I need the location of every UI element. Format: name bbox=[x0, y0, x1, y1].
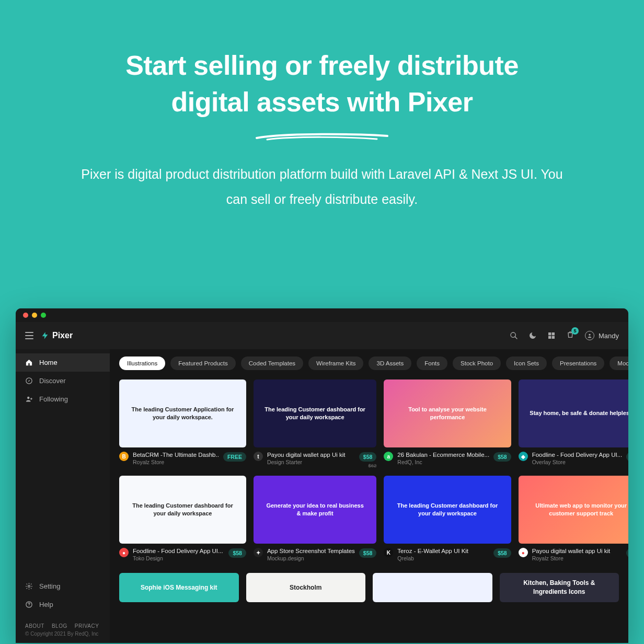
sidebar-item-label: Discover bbox=[39, 377, 66, 385]
product-author: Royalz Store bbox=[133, 459, 219, 465]
author-avatar: K bbox=[384, 548, 393, 557]
tab-featured-products[interactable]: Featured Products bbox=[170, 356, 236, 370]
product-thumbnail: Kitchen, Baking Tools & Ingredients Icon… bbox=[500, 573, 619, 602]
product-grid-partial: Sophie iOS Messaging kit Stockholm Kitch… bbox=[110, 571, 628, 612]
thumbnail-caption: The leading Customer dashboard for your … bbox=[254, 406, 376, 422]
price-badge: $58 bbox=[359, 452, 377, 462]
product-card[interactable]: The leading Customer dashboard for your … bbox=[119, 476, 246, 561]
tab-coded-templates[interactable]: Coded Templates bbox=[241, 356, 303, 370]
product-author: Toko Design bbox=[133, 555, 224, 561]
bolt-icon bbox=[41, 330, 49, 341]
sidebar-item-label: Home bbox=[39, 359, 58, 366]
window-close-dot[interactable] bbox=[23, 313, 28, 318]
author-avatar: ● bbox=[119, 548, 129, 557]
cart-button[interactable]: 5 bbox=[566, 330, 574, 341]
author-avatar: a bbox=[384, 452, 393, 461]
logo[interactable]: Pixer bbox=[41, 330, 73, 341]
price-badge: FREE bbox=[223, 452, 246, 462]
thumbnail-caption: Ultimate web app to monitor your custome… bbox=[519, 502, 628, 518]
home-icon bbox=[25, 359, 33, 366]
thumbnail-caption: Sophie iOS Messaging kit bbox=[130, 583, 228, 592]
tab-icon-sets[interactable]: Icon Sets bbox=[506, 356, 547, 370]
product-card[interactable]: Sophie iOS Messaging kit bbox=[119, 573, 239, 602]
product-author: Overlay Store bbox=[532, 459, 623, 465]
product-title: Payou digital wallet app Ui kit bbox=[267, 452, 355, 458]
product-card[interactable]: The leading Customer dashboard for your … bbox=[254, 380, 376, 468]
product-thumbnail: The leading Customer dashboard for your … bbox=[119, 476, 246, 544]
footer-link-about[interactable]: ABOUT bbox=[25, 623, 44, 629]
sidebar-item-following[interactable]: Following bbox=[16, 390, 110, 408]
tab-3d-assets[interactable]: 3D Assets bbox=[369, 356, 411, 370]
thumbnail-caption: Kitchen, Baking Tools & Ingredients Icon… bbox=[500, 579, 619, 596]
svg-point-6 bbox=[589, 334, 590, 336]
product-card[interactable]: Tool to analyse your website performance… bbox=[384, 380, 511, 468]
tab-stock-photo[interactable]: Stock Photo bbox=[453, 356, 501, 370]
sidebar: HomeDiscoverFollowing SettingHelp ABOUTB… bbox=[16, 349, 110, 643]
main-content: IllustrationsFeatured ProductsCoded Temp… bbox=[110, 349, 628, 643]
help-icon bbox=[25, 601, 33, 608]
search-icon[interactable] bbox=[510, 331, 518, 340]
product-card[interactable]: Kitchen, Baking Tools & Ingredients Icon… bbox=[500, 573, 619, 602]
svg-rect-5 bbox=[552, 336, 555, 339]
author-avatar: B bbox=[119, 452, 129, 461]
logo-text: Pixer bbox=[52, 331, 73, 340]
compass-icon bbox=[25, 377, 33, 385]
product-card[interactable]: Generate your idea to real business & ma… bbox=[254, 476, 376, 561]
product-card[interactable]: The leading Customer Application for you… bbox=[119, 380, 246, 468]
author-avatar: t bbox=[254, 452, 263, 461]
product-thumbnail: Generate your idea to real business & ma… bbox=[254, 476, 376, 544]
hero-title-line1: Start selling or freely distribute bbox=[125, 50, 519, 80]
product-thumbnail: Sophie iOS Messaging kit bbox=[119, 573, 239, 602]
sidebar-item-setting[interactable]: Setting bbox=[16, 577, 110, 595]
product-card[interactable] bbox=[373, 573, 492, 602]
price-badge: $58 bbox=[493, 548, 511, 558]
tab-presentations[interactable]: Presentations bbox=[552, 356, 604, 370]
hero-section: Start selling or freely distribute digit… bbox=[0, 0, 644, 238]
app-header: Pixer 5 Mandy bbox=[16, 322, 628, 349]
window-maximize-dot[interactable] bbox=[41, 313, 46, 318]
product-card[interactable]: Stockholm bbox=[246, 573, 366, 602]
thumbnail-caption: The leading Customer Application for you… bbox=[119, 406, 246, 422]
grid-icon[interactable] bbox=[547, 331, 556, 340]
price-badge: $58 bbox=[228, 548, 246, 558]
tab-wireframe-kits[interactable]: Wireframe Kits bbox=[308, 356, 363, 370]
svg-marker-8 bbox=[28, 380, 30, 382]
product-thumbnail: The leading Customer dashboard for your … bbox=[384, 476, 511, 544]
product-title: Foodline - Food Delivery App UI... bbox=[532, 452, 623, 458]
moon-icon[interactable] bbox=[528, 331, 537, 340]
menu-toggle-icon[interactable] bbox=[25, 332, 33, 339]
product-author: RedQ, Inc bbox=[397, 459, 489, 465]
product-card[interactable]: Ultimate web app to monitor your custome… bbox=[519, 476, 628, 561]
thumbnail-caption: Stay home, be safe & donate helpless bbox=[519, 409, 628, 417]
sidebar-item-home[interactable]: Home bbox=[16, 353, 110, 372]
product-card[interactable]: Stay home, be safe & donate helpless ◆ F… bbox=[519, 380, 628, 468]
author-avatar: ● bbox=[519, 548, 528, 557]
product-thumbnail: Stockholm bbox=[246, 573, 366, 602]
svg-rect-2 bbox=[548, 332, 551, 335]
svg-line-1 bbox=[515, 337, 517, 339]
product-thumbnail: Stay home, be safe & donate helpless bbox=[519, 380, 628, 447]
author-avatar: ✦ bbox=[254, 548, 263, 557]
svg-point-12 bbox=[29, 606, 29, 606]
footer-link-privacy[interactable]: PRIVACY bbox=[75, 623, 99, 629]
thumbnail-caption: The leading Customer dashboard for your … bbox=[384, 502, 511, 518]
thumbnail-caption: Stockholm bbox=[279, 583, 332, 592]
footer-link-blog[interactable]: BLOG bbox=[52, 623, 67, 629]
svg-rect-3 bbox=[552, 332, 555, 335]
tab-fonts[interactable]: Fonts bbox=[417, 356, 447, 370]
product-title: Payou digital wallet app Ui kit bbox=[532, 548, 623, 554]
sidebar-item-discover[interactable]: Discover bbox=[16, 372, 110, 390]
tab-illustrations[interactable]: Illustrations bbox=[119, 356, 165, 370]
sidebar-item-help[interactable]: Help bbox=[16, 595, 110, 614]
tab-mockups[interactable]: Mockups bbox=[610, 356, 628, 370]
product-title: 26 Bakulan - Ecommerce Mobile... bbox=[397, 452, 489, 458]
user-menu[interactable]: Mandy bbox=[585, 331, 619, 340]
thumbnail-caption: Tool to analyse your website performance bbox=[384, 406, 511, 422]
window-minimize-dot[interactable] bbox=[32, 313, 37, 318]
user-name-label: Mandy bbox=[599, 332, 619, 340]
cart-count-badge: 5 bbox=[571, 327, 579, 335]
price-badge: $58 bbox=[493, 452, 511, 462]
product-card[interactable]: The leading Customer dashboard for your … bbox=[384, 476, 511, 561]
price-old: $62 bbox=[359, 463, 377, 468]
price-badge: $58 bbox=[626, 548, 628, 558]
